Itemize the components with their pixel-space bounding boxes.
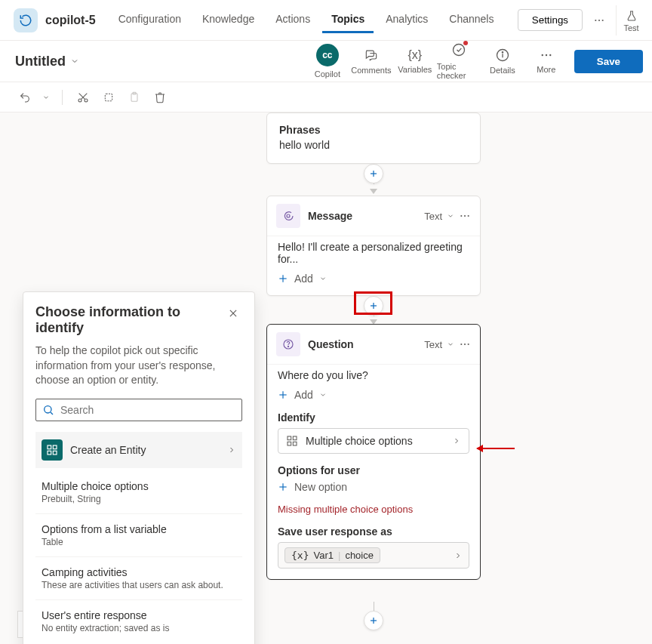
node-overflow-icon[interactable]: [459, 338, 471, 350]
identify-picker[interactable]: Multiple choice options: [278, 428, 469, 454]
copilot-label: Copilot: [315, 69, 340, 79]
topic-checker-label: Topic checker: [437, 62, 481, 80]
avatar: cc: [316, 44, 339, 66]
add-node-button-3[interactable]: [364, 611, 383, 630]
entity-icon: [42, 439, 63, 461]
variables-button[interactable]: {x} Variables: [393, 45, 437, 77]
copilot-button[interactable]: cc Copilot: [306, 41, 349, 82]
svg-point-0: [595, 19, 596, 20]
question-title: Question: [308, 338, 417, 350]
tab-analytics[interactable]: Analytics: [377, 7, 437, 33]
save-as-label: Save user response as: [278, 525, 469, 538]
chevron-down-icon[interactable]: [447, 340, 454, 348]
chevron-right-icon: [454, 551, 463, 560]
svg-point-6: [502, 52, 503, 53]
panel-title: Choose information to identify: [35, 304, 224, 336]
settings-button[interactable]: Settings: [518, 9, 583, 31]
option-sub: Table: [42, 537, 236, 547]
add-question-text-button[interactable]: Add: [278, 389, 469, 401]
close-button[interactable]: [224, 304, 242, 322]
doc-title[interactable]: Untitled: [15, 54, 79, 69]
variable-name: Var1: [313, 550, 334, 561]
details-button[interactable]: Details: [481, 45, 524, 78]
option-sub: No entity extraction; saved as is: [42, 623, 236, 633]
app-logo[interactable]: [14, 8, 38, 32]
cut-button[interactable]: [72, 86, 94, 109]
tab-channels[interactable]: Channels: [440, 7, 503, 33]
trigger-node[interactable]: Phrases hello world: [266, 112, 481, 164]
svg-point-1: [598, 19, 600, 20]
question-prompt[interactable]: Where do you live?: [278, 369, 469, 381]
identify-label: Identify: [278, 411, 469, 424]
message-body[interactable]: Hello! I'll create a personalized greeti…: [278, 241, 469, 265]
svg-point-7: [541, 54, 543, 56]
option-list-variable[interactable]: Options from a list variable Table: [35, 513, 242, 556]
panel-desc: To help the copilot pick out specific in…: [35, 344, 242, 388]
topic-checker-button[interactable]: Topic checker: [437, 39, 481, 83]
message-icon: [276, 204, 300, 228]
question-node[interactable]: Question Text Where do you live? Add Ide…: [266, 324, 481, 580]
tab-knowledge[interactable]: Knowledge: [193, 7, 263, 33]
variables-label: Variables: [398, 65, 432, 74]
undo-button[interactable]: [14, 86, 36, 109]
validation-error: Missing multiple choice options: [278, 504, 469, 515]
option-multiple-choice[interactable]: Multiple choice options Prebuilt, String: [35, 471, 242, 513]
comments-button[interactable]: Comments: [349, 45, 393, 78]
paste-button[interactable]: [123, 86, 146, 109]
add-message-button[interactable]: Add: [278, 273, 469, 285]
svg-point-2: [602, 19, 604, 20]
search-input-wrap[interactable]: [35, 399, 242, 421]
copy-button[interactable]: [97, 86, 120, 109]
chevron-down-icon: [319, 391, 327, 399]
message-type[interactable]: Text: [424, 211, 442, 222]
chevron-down-icon[interactable]: [447, 212, 454, 220]
svg-point-31: [460, 344, 462, 345]
authoring-canvas[interactable]: Phrases hello world Message Text Hello! …: [0, 112, 652, 644]
svg-point-32: [464, 344, 466, 345]
option-title: Options from a list variable: [42, 523, 236, 535]
svg-point-26: [468, 215, 469, 217]
edit-toolbar: [0, 82, 652, 112]
undo-dropdown[interactable]: [39, 86, 53, 109]
test-button[interactable]: Test: [616, 5, 646, 35]
option-camping-activities[interactable]: Camping activities These are activities …: [35, 556, 242, 599]
doc-title-text: Untitled: [15, 54, 66, 69]
node-overflow-icon[interactable]: [459, 210, 471, 222]
save-button[interactable]: Save: [574, 50, 643, 73]
create-entity-button[interactable]: Create an Entity: [35, 432, 242, 468]
choose-identify-panel: Choose information to identify To help t…: [23, 291, 255, 644]
topbar: copilot-5 Configuration Knowledge Action…: [0, 0, 652, 41]
phrases-title: Phrases: [279, 124, 468, 136]
search-input[interactable]: [60, 404, 235, 416]
svg-rect-39: [293, 442, 297, 445]
add-node-button[interactable]: [364, 164, 383, 183]
svg-point-25: [464, 215, 466, 217]
variable-picker[interactable]: {x} Var1 | choice: [278, 542, 469, 569]
highlight-plus: [354, 291, 392, 315]
svg-rect-49: [53, 451, 57, 454]
app-name: copilot-5: [45, 14, 96, 27]
subbar: Untitled cc Copilot Comments {x} Variabl…: [0, 41, 652, 82]
options-label: Options for user: [278, 464, 469, 476]
overflow-button[interactable]: [586, 7, 613, 34]
svg-point-9: [549, 54, 551, 56]
new-option-button[interactable]: New option: [278, 481, 469, 493]
arrow-down-icon: [370, 189, 377, 194]
new-option-label: New option: [294, 481, 347, 493]
svg-point-44: [45, 405, 51, 412]
option-sub: These are activities that users can ask …: [42, 580, 236, 590]
message-node[interactable]: Message Text Hello! I'll create a person…: [266, 196, 481, 296]
delete-button[interactable]: [149, 86, 171, 109]
option-entire-response[interactable]: User's entire response No entity extract…: [35, 599, 242, 642]
question-type[interactable]: Text: [424, 339, 442, 350]
question-icon: [276, 332, 300, 356]
tab-actions[interactable]: Actions: [266, 7, 319, 33]
more-button[interactable]: More: [524, 45, 568, 77]
add-label: Add: [294, 273, 313, 285]
tab-topics[interactable]: Topics: [322, 7, 374, 33]
search-icon: [42, 404, 54, 416]
svg-rect-37: [293, 436, 297, 440]
svg-rect-14: [105, 94, 112, 100]
tab-configuration[interactable]: Configuration: [109, 7, 190, 33]
option-title: Multiple choice options: [42, 480, 236, 492]
